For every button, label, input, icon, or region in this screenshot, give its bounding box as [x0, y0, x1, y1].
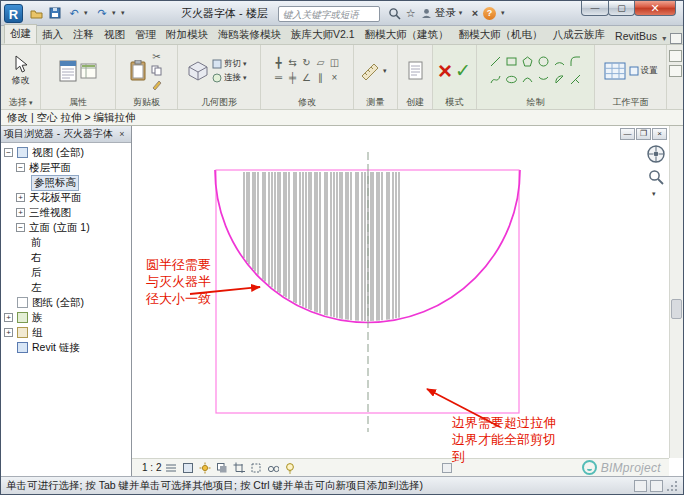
scale-indicator[interactable]: 1 : 2 [142, 462, 161, 473]
collapse-icon[interactable]: − [16, 163, 25, 172]
draw-rectangle-icon[interactable] [505, 55, 518, 68]
tree-item-right[interactable]: 右 [1, 250, 131, 265]
subscription-star-icon[interactable]: ☆ [406, 7, 416, 20]
sketch-drawing[interactable] [132, 126, 683, 460]
tree-item-groups[interactable]: + 组 [1, 325, 131, 340]
tree-item-3dviews[interactable]: + 三维视图 [1, 205, 131, 220]
create-group-icon[interactable] [407, 61, 424, 80]
cancel-edit-mode-icon[interactable]: × [438, 60, 452, 82]
tab-create[interactable]: 创建 [4, 24, 37, 44]
expand-icon[interactable]: + [16, 193, 25, 202]
open-icon[interactable] [27, 5, 45, 22]
tab-insert[interactable]: 插入 [37, 26, 68, 44]
qat-options-caret-icon[interactable]: ▾ [121, 9, 129, 17]
cut-geometry-big-icon[interactable] [187, 60, 209, 82]
minimize-button[interactable]: — [581, 1, 609, 16]
steering-wheel-icon[interactable] [645, 144, 667, 164]
extra-tool-icon-bottom[interactable] [669, 65, 682, 77]
expand-icon[interactable]: + [4, 328, 13, 337]
tab-manage[interactable]: 管理 [130, 26, 161, 44]
measure-icon[interactable] [360, 62, 380, 80]
tree-item-back[interactable]: 后 [1, 265, 131, 280]
help-caret-icon[interactable]: ▾ [501, 9, 509, 17]
ribbon-display-caret-icon[interactable]: ▾ [662, 34, 666, 43]
scrollbar-thumb[interactable] [671, 299, 682, 319]
draw-spline-icon[interactable] [489, 73, 502, 86]
login-caret-icon[interactable]: ▾ [459, 9, 467, 17]
draw-polygon-icon[interactable] [521, 55, 534, 68]
draw-line-icon[interactable] [489, 55, 502, 68]
panel-select-label[interactable]: 选择 ▾ [1, 96, 40, 109]
properties-icon[interactable] [59, 60, 77, 82]
paste-icon[interactable] [130, 60, 147, 81]
help-icon[interactable]: ? [483, 7, 496, 20]
tree-item-left[interactable]: 左 [1, 280, 131, 295]
pin-icon[interactable]: ∥ [314, 71, 327, 84]
align-icon[interactable]: ⇆ [286, 56, 299, 69]
array-icon[interactable]: ═ [272, 71, 285, 84]
tree-item-ref-level[interactable]: 参照标高 [1, 175, 131, 190]
cut-caret-icon[interactable]: ▾ [243, 60, 251, 68]
copy-to-clipboard-icon[interactable] [150, 64, 163, 77]
expand-icon[interactable]: + [4, 313, 13, 322]
view-close-icon[interactable]: × [652, 128, 667, 140]
offset-icon[interactable]: ▱ [314, 56, 327, 69]
workplane-grid-icon[interactable] [604, 61, 626, 81]
crop-view-icon[interactable] [232, 461, 246, 475]
redo-caret-icon[interactable]: ▾ [112, 9, 120, 17]
rotate-icon[interactable]: ↻ [300, 56, 313, 69]
tab-annotate[interactable]: 注释 [68, 26, 99, 44]
draw-ellipse-icon[interactable] [505, 73, 518, 86]
tree-item-ceilingplans[interactable]: + 天花板平面 [1, 190, 131, 205]
tab-fanmo-mep[interactable]: 翻模大师（机电） [454, 26, 548, 44]
tree-item-floorplans[interactable]: − 楼层平面 [1, 160, 131, 175]
tab-zukudashi[interactable]: 族库大师V2.1 [286, 26, 360, 44]
delete-icon[interactable]: × [328, 71, 341, 84]
help-search-input[interactable] [278, 6, 380, 22]
tab-revitbus[interactable]: RevitBus [610, 28, 662, 44]
draw-center-arc-icon[interactable] [553, 73, 566, 86]
vertical-scrollbar[interactable] [669, 126, 683, 458]
measure-caret-icon[interactable]: ▾ [383, 67, 391, 75]
search-icon[interactable] [388, 7, 401, 20]
undo-caret-icon[interactable]: ▾ [84, 9, 92, 17]
reveal-hidden-elements-icon[interactable] [283, 461, 297, 475]
sun-path-icon[interactable] [198, 461, 212, 475]
drawing-canvas[interactable]: 圆半径需要 与灭火器半 径大小一致 边界需要超过拉伸 边界才能全部剪切 到 — … [132, 126, 683, 476]
join-label[interactable]: 连接 [224, 72, 241, 84]
tree-item-views-root[interactable]: − 视图 (全部) [1, 145, 131, 160]
expand-icon[interactable]: + [16, 208, 25, 217]
zoom-caret-icon[interactable]: ▾ [652, 190, 660, 198]
tree-item-elevations[interactable]: − 立面 (立面 1) [1, 220, 131, 235]
extra-tool-icon-top[interactable] [669, 50, 682, 62]
maximize-button[interactable]: ▢ [608, 1, 635, 16]
redo-icon[interactable]: ↷ [93, 5, 111, 22]
view-minimize-icon[interactable]: — [620, 128, 635, 140]
close-button[interactable]: ✕ [634, 1, 676, 16]
save-icon[interactable] [46, 5, 64, 22]
pick-lines-icon[interactable] [569, 73, 582, 86]
draw-circle-icon[interactable] [537, 55, 550, 68]
modify-tool-button[interactable]: 修改 [12, 55, 30, 87]
zoom-icon[interactable] [645, 167, 667, 187]
split-icon[interactable]: ╪ [286, 71, 299, 84]
tab-addins[interactable]: 附加模块 [161, 26, 213, 44]
tab-view[interactable]: 视图 [99, 26, 130, 44]
status-tool-icon-1[interactable] [634, 480, 647, 492]
status-tool-icon-2[interactable] [650, 480, 663, 492]
trim-icon[interactable]: ∠ [300, 71, 313, 84]
cut-to-clipboard-icon[interactable]: ✂ [150, 50, 163, 63]
ribbon-state-icon[interactable] [670, 33, 682, 44]
collapse-icon[interactable]: − [4, 148, 13, 157]
tab-fanmo-arch[interactable]: 翻模大师（建筑） [360, 26, 454, 44]
finish-edit-mode-icon[interactable]: ✓ [455, 61, 471, 81]
revit-application-menu[interactable]: R [4, 4, 23, 23]
draw-arc-icon[interactable] [553, 55, 566, 68]
show-crop-region-icon[interactable] [249, 461, 263, 475]
view-restore-icon[interactable]: ❐ [636, 128, 651, 140]
tree-item-sheets[interactable]: 图纸 (全部) [1, 295, 131, 310]
draw-tangent-arc-icon[interactable] [537, 73, 550, 86]
join-caret-icon[interactable]: ▾ [243, 74, 251, 82]
tab-haiou[interactable]: 海鸥装修模块 [213, 26, 286, 44]
collapse-icon[interactable]: − [16, 223, 25, 232]
